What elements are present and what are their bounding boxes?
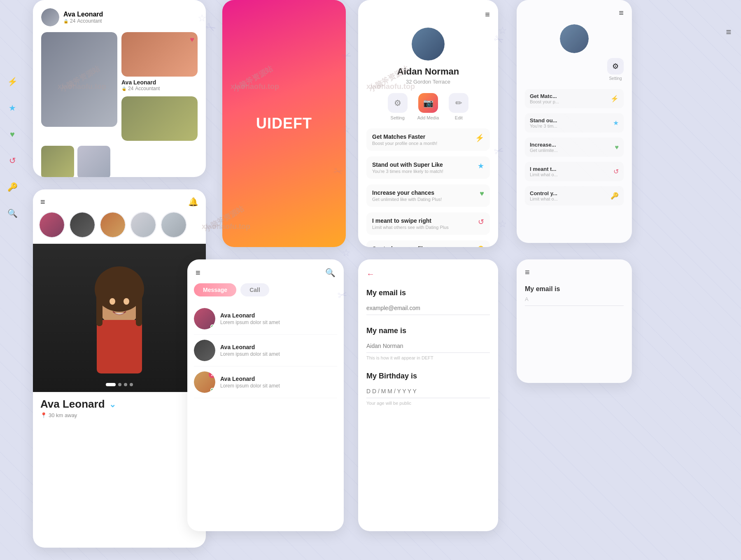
svg-rect-4 [136,293,142,326]
ps-name: Aidan Norman [366,66,490,77]
user-header-name: Ava Leonard [63,11,103,18]
feature-swipe[interactable]: I meant to swipe right Limit what others… [366,212,490,235]
feature-control[interactable]: Control your profile Limit what others s… [366,240,490,247]
birthday-label: My Birthday is [366,372,490,380]
location-icon: 📍 [40,412,47,418]
feature-boost[interactable]: Get Matches Faster Boost your profile on… [366,128,490,151]
ps-action-add-media[interactable]: 📷 Add Media [417,93,439,120]
dot-2 [118,383,121,386]
profile-name: Ava Leonard ⌄ [40,398,198,411]
profile-top-bar: ≡ 🔔 [33,189,206,212]
email-input[interactable] [366,301,490,315]
card-brand: UIDEFT [222,0,346,247]
ps-avatar [412,28,445,61]
chevron-down-icon[interactable]: ⌄ [109,399,116,409]
far-right-feature-2[interactable]: Stand ou... You're 3 tim... ★ [525,113,624,133]
name-label: My name is [366,327,490,335]
online-indicator-1 [210,324,214,329]
feature-superlike[interactable]: Stand out with Super Like You're 3 times… [366,156,490,179]
star-deco-1: ☆ [198,12,207,24]
sidebar-icon-search[interactable]: 🔍 [5,206,20,221]
email-label: My email is [366,289,490,297]
match-heart: ♥ [190,35,194,44]
more-photos [41,146,198,177]
messages-top-bar: ≡ 🔍 [187,259,344,283]
sidebar-icon-heart[interactable]: ♥ [5,127,20,142]
name-field-group: My name is This is how it will appear in… [366,327,490,360]
card-profile-settings: ≡ Aidan Norman 32 Gordon Terrace ⚙ Setti… [358,0,498,247]
match-item-3[interactable] [121,96,198,141]
ps-menu-icon[interactable]: ≡ [485,10,490,19]
name-input[interactable] [366,339,490,353]
svg-rect-3 [96,293,103,326]
ps-action-edit[interactable]: ✏ Edit [449,93,468,120]
star-deco-3: ☆ [342,247,351,259]
ps-top-bar: ≡ [366,10,490,19]
message-item-2[interactable]: Ava Leonard Lorem ipsum dolor sit amet [194,335,337,366]
edit-icon: ✏ [449,93,468,113]
card-far-right: ≡ ⚙ Setting Get Matc... Boost your p... … [517,0,632,243]
message-list: Ava Leonard Lorem ipsum dolor sit amet A… [187,303,344,398]
setting-icon: ⚙ [388,93,408,113]
ps-feature-list: Get Matches Faster Boost your profile on… [366,128,490,247]
sidebar-icon-star[interactable]: ★ [5,100,20,115]
far-right-bottom-menu[interactable]: ≡ [525,268,624,277]
sidebar-icon-key[interactable]: 🔑 [5,180,20,194]
tab-message[interactable]: Message [194,283,236,296]
sidebar-icon-undo[interactable]: ↺ [5,153,20,168]
profile-location: 📍 30 km away [40,412,198,418]
story-1[interactable] [39,212,65,238]
sidebar-right-menu[interactable]: ≡ [721,25,736,40]
ps-action-setting[interactable]: ⚙ Setting [388,93,408,120]
star-deco-5: ☆ [498,218,507,230]
profile-stories [33,212,206,244]
story-4[interactable] [130,212,156,238]
match-item-1[interactable] [41,32,117,141]
matches-grid: ♥ Ava Leonard 🔒 24 Accountant [41,32,198,141]
dot-1 [106,383,116,386]
far-right-feature-5[interactable]: Control y... Limit what o... 🔑 [525,186,624,205]
card-matches: Ava Leonard 🔒 24 Accountant ♥ Ava Leonar… [33,0,206,177]
far-right-feature-1[interactable]: Get Matc... Boost your p... ⚡ [525,89,624,108]
message-item-3[interactable]: 2 Ava Leonard Lorem ipsum dolor sit amet [194,366,337,398]
tab-row: Message Call [187,283,344,303]
user-header: Ava Leonard 🔒 24 Accountant [41,8,198,26]
story-3[interactable] [100,212,126,238]
svg-point-5 [110,298,115,305]
dot-4 [130,383,133,386]
camera-icon: 📷 [418,93,438,113]
back-button[interactable]: ← [366,269,490,279]
birthday-input[interactable] [366,385,490,398]
star-deco-4: ☆ [498,25,507,36]
profile-main-photo [33,244,206,392]
avatar-3: 2 [194,371,215,393]
card-far-right-bottom: ≡ My email is A [517,259,632,383]
feature-chances[interactable]: Increase your chances Get unlimited like… [366,184,490,207]
sidebar-left: ⚡ ★ ♥ ↺ 🔑 🔍 [0,74,25,221]
notification-icon[interactable]: 🔔 [188,197,198,207]
far-right-menu[interactable]: ≡ [619,8,624,18]
messages-menu-icon[interactable]: ≡ [196,268,200,278]
name-hint: This is how it will appear in DEFT [366,355,490,360]
messages-search-icon[interactable]: 🔍 [325,268,336,278]
card-profile-view: ≡ 🔔 [33,189,206,548]
far-right-setting[interactable]: ⚙ Setting [607,58,624,81]
menu-icon[interactable]: ≡ [40,197,45,207]
ps-location: 32 Gordon Terrace [366,79,490,85]
story-5[interactable] [161,212,187,238]
far-right-feature-3[interactable]: Increase... Get unlimite... ♥ [525,138,624,157]
sidebar-icon-lightning[interactable]: ⚡ [5,74,20,89]
message-item-1[interactable]: Ava Leonard Lorem ipsum dolor sit amet [194,303,337,335]
online-indicator-3 [210,388,214,392]
feature-superlike-icon: ★ [478,161,484,170]
profile-name-area: Ava Leonard ⌄ 📍 30 km away [33,392,206,422]
avatar-1 [194,308,215,329]
far-right-feature-4[interactable]: I meant t... Limit what o... ↺ [525,162,624,181]
story-2[interactable] [69,212,96,238]
card-email-form: ← My email is My name is This is how it … [358,259,498,531]
match-item-2[interactable]: ♥ Ava Leonard 🔒 24 Accountant [121,32,198,92]
sidebar-right: ≡ [716,25,741,40]
avatar-2 [194,340,215,361]
tab-call[interactable]: Call [240,283,269,296]
email-field-group: My email is [366,289,490,315]
